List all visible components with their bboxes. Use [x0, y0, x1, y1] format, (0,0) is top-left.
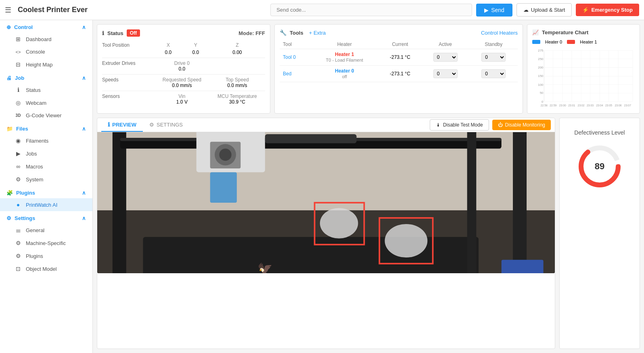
sidebar-item-machine[interactable]: ⚙ Machine-Specific — [0, 237, 92, 249]
extra-button[interactable]: + Extra — [309, 30, 326, 36]
sidebar-item-dashboard[interactable]: ⊞ Dashboard — [0, 33, 92, 46]
heater-1-standby-select[interactable]: 0 — [481, 53, 506, 62]
svg-text:23:04: 23:04 — [596, 104, 603, 107]
chart-icon: 📈 — [532, 29, 539, 35]
plugins-section-icon: 🧩 — [6, 190, 13, 196]
top-speed-value: 0.0 mm/s — [209, 83, 265, 88]
col-heater: Heater — [310, 40, 379, 49]
vin-value: 1.0 V — [155, 99, 209, 105]
sidebar-item-heightmap[interactable]: ⊟ Height Map — [0, 58, 92, 71]
cloud-upload-icon: ☁ — [523, 7, 529, 13]
legend-heater0-box — [532, 40, 540, 44]
printwatch-icon: ● — [15, 201, 22, 208]
settings-section-icon: ⚙ — [6, 215, 11, 221]
tab-settings[interactable]: ⚙ SETTINGS — [143, 118, 189, 132]
svg-text:50: 50 — [540, 91, 544, 95]
sidebar-section-plugins[interactable]: 🧩 Plugins ∧ — [0, 186, 92, 198]
emergency-stop-button[interactable]: ⚡ Emergency Stop — [576, 4, 639, 16]
sidebar-item-printwatch[interactable]: ● PrintWatch AI — [0, 198, 92, 211]
heater-1-active-select[interactable]: 0 — [433, 53, 458, 62]
chevron-up-icon-files: ∧ — [82, 126, 86, 132]
sidebar-item-webcam[interactable]: ◎ Webcam — [0, 96, 92, 109]
bottom-row: ℹ PREVIEW ⚙ SETTINGS 🌡 Disable Test Mode — [97, 118, 640, 349]
y-value: 0.0 — [182, 50, 209, 55]
sidebar-item-general[interactable]: ⚌ General — [0, 224, 92, 237]
sidebar-section-settings[interactable]: ⚙ Settings ∧ — [0, 211, 92, 224]
machine-icon: ⚙ — [15, 240, 22, 246]
power-icon: ⏻ — [498, 122, 503, 128]
sidebar-item-object[interactable]: ⊡ Object Model — [0, 262, 92, 275]
svg-rect-38 — [113, 132, 126, 273]
sidebar-section-files[interactable]: 📁 Files ∧ — [0, 122, 92, 134]
send-button[interactable]: ▶ Send — [476, 4, 512, 17]
printer-scene-svg: Ender 🦅 — [97, 132, 555, 273]
svg-text:23:07: 23:07 — [624, 104, 631, 107]
thermometer-icon: 🌡 — [436, 122, 441, 128]
svg-text:23:02: 23:02 — [578, 104, 585, 107]
svg-rect-58 — [502, 260, 544, 273]
sidebar-item-gcode[interactable]: 3D G-Code Viewer — [0, 109, 92, 122]
menu-icon[interactable]: ☰ — [5, 6, 11, 15]
tab-actions: 🌡 Disable Test Mode ⏻ Disable Monitoring — [430, 119, 551, 131]
svg-text:🦅: 🦅 — [257, 262, 273, 273]
heater-0-standby-select[interactable]: 0 — [481, 69, 506, 78]
preview-image-container: Ender 🦅 — [97, 132, 555, 273]
sidebar-section-control[interactable]: ⊕ Control ∧ — [0, 20, 92, 33]
sidebar-item-system[interactable]: ⚙ System — [0, 173, 92, 186]
heater-1-sub: T0 - Load Filament — [326, 58, 363, 62]
donut-chart: 89 — [575, 142, 624, 191]
mcu-temp-label: MCU Temperature — [209, 93, 265, 99]
disable-test-mode-button[interactable]: 🌡 Disable Test Mode — [430, 119, 489, 131]
tool-0-name[interactable]: Tool 0 — [283, 54, 296, 60]
sidebar-item-console[interactable]: <> Console — [0, 46, 92, 58]
preview-panel: ℹ PREVIEW ⚙ SETTINGS 🌡 Disable Test Mode — [97, 118, 555, 349]
sidebar: ⊕ Control ∧ ⊞ Dashboard <> Console ⊟ Hei… — [0, 20, 93, 353]
tool-position-label: Tool Position — [102, 41, 155, 50]
dashboard-icon: ⊞ — [15, 36, 22, 42]
wrench-icon: 🔧 — [280, 29, 286, 36]
preview-tabs-bar: ℹ PREVIEW ⚙ SETTINGS 🌡 Disable Test Mode — [97, 118, 555, 132]
defect-panel-inner: Defectiveness Level 89 — [565, 123, 635, 197]
heater-0-name: Heater 0 — [335, 68, 354, 74]
status-badge: Off — [127, 29, 140, 37]
drive-value: 0.0 — [155, 66, 209, 72]
sensors-label: Sensors — [102, 93, 155, 99]
files-section-icon: 📁 — [6, 126, 13, 132]
search-input[interactable] — [270, 4, 472, 16]
control-heaters-button[interactable]: Control Heaters — [481, 30, 518, 36]
chevron-up-icon: ∧ — [82, 24, 86, 30]
legend-heater1-label: Heater 1 — [580, 39, 597, 44]
defect-title: Defectiveness Level — [571, 129, 628, 136]
sidebar-item-plugins-settings[interactable]: ⚙ Plugins — [0, 249, 92, 262]
svg-text:22:59: 22:59 — [550, 104, 556, 107]
status-panel-header: ℹ Status Off Mode: FFF — [102, 29, 265, 37]
sidebar-item-jobs[interactable]: ▶ Jobs — [0, 147, 92, 160]
z-value: 0.00 — [209, 50, 265, 55]
system-icon: ⚙ — [15, 176, 22, 183]
sidebar-item-filaments[interactable]: ◉ Filaments — [0, 134, 92, 147]
svg-text:23:03: 23:03 — [587, 104, 594, 107]
sidebar-item-status[interactable]: ℹ Status — [0, 83, 92, 96]
heater-0-current: -273.1 °C — [379, 66, 421, 82]
status-icon: ℹ — [15, 87, 22, 93]
svg-text:100: 100 — [538, 83, 543, 87]
sidebar-section-job[interactable]: 🖨 Job ∧ — [0, 71, 92, 83]
sidebar-item-macros[interactable]: ∞ Macros — [0, 160, 92, 173]
filaments-icon: ◉ — [15, 137, 22, 144]
tool-bed-name[interactable]: Bed — [283, 71, 291, 77]
main-content: ℹ Status Off Mode: FFF Tool Position X Y… — [93, 20, 644, 353]
heater-1-current: -273.1 °C — [379, 49, 421, 66]
svg-point-50 — [219, 149, 231, 161]
tab-preview[interactable]: ℹ PREVIEW — [101, 118, 143, 132]
upload-start-button[interactable]: ☁ Upload & Start — [516, 3, 572, 17]
y-label: Y — [182, 41, 209, 50]
svg-text:23:05: 23:05 — [605, 104, 612, 107]
heater-0-active-select[interactable]: 0 — [433, 69, 458, 78]
mcu-temp-value: 30.9 °C — [209, 99, 265, 105]
main-layout: ⊕ Control ∧ ⊞ Dashboard <> Console ⊟ Hei… — [0, 20, 644, 353]
top-speed-label: Top Speed — [209, 77, 265, 83]
disable-monitoring-button[interactable]: ⏻ Disable Monitoring — [492, 120, 551, 130]
tools-header: 🔧 Tools + Extra Control Heaters — [280, 29, 518, 36]
svg-text:23:00: 23:00 — [559, 104, 566, 107]
temp-legend: Heater 0 Heater 1 — [532, 39, 635, 44]
